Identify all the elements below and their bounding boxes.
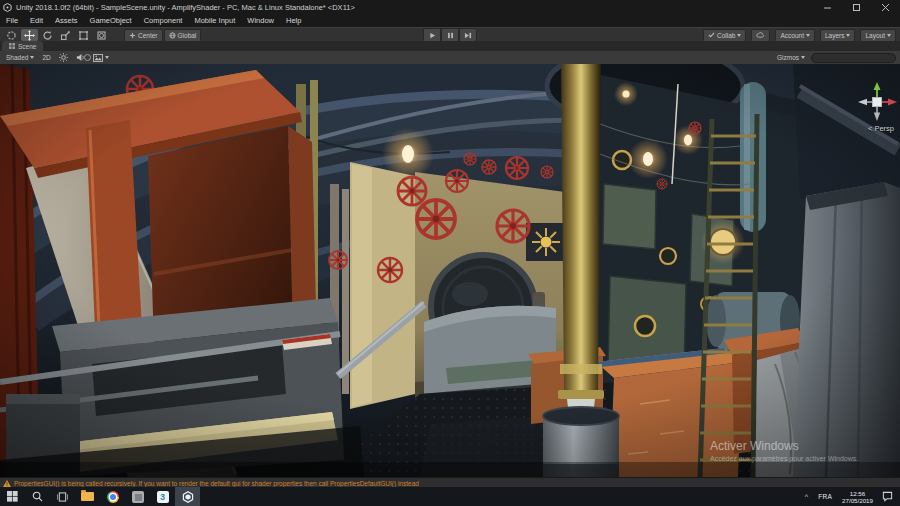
vignette [0,64,900,477]
layers-dropdown[interactable]: Layers [820,29,856,42]
scene-tab-icon [9,43,15,49]
taskbar-clock[interactable]: 12:56 27/05/2019 [837,490,878,504]
close-button[interactable] [871,0,900,14]
warning-icon [3,480,11,487]
language-indicator[interactable]: FRA [813,493,837,500]
titlebar[interactable]: Unity 2018.1.0f2 (64bit) - SampleScene.u… [0,0,900,14]
camera-projection-label[interactable]: < Persp [868,124,894,133]
step-button[interactable] [459,28,477,42]
collab-dropdown[interactable]: Collab [703,29,746,42]
collab-check-icon [708,32,715,38]
menubar: File Edit Assets GameObject Component Mo… [0,14,900,27]
maximize-button[interactable] [842,0,871,14]
gray-app-icon [132,491,144,503]
toggle-2d-button[interactable]: 2D [40,52,52,63]
scene-lighting-toggle[interactable] [57,52,70,63]
move-tool-button[interactable] [21,29,38,41]
minimize-button[interactable] [813,0,842,14]
sun-icon [59,53,68,62]
transform-tool-button[interactable] [93,29,110,41]
notification-center-button[interactable] [878,491,900,502]
start-icon [7,491,18,502]
tab-scene[interactable]: Scene [2,41,43,51]
taskbar-date: 27/05/2019 [842,497,873,504]
scale-tool-button[interactable] [57,29,74,41]
scene-window: Scene Shaded 2D Gizmos [0,41,900,477]
pivot-toggle-button[interactable]: Center [124,29,163,42]
search-icon [32,491,43,502]
globe-icon [169,32,176,39]
notification-icon [882,491,893,502]
scene-effects-dropdown[interactable] [91,52,111,63]
pivot-icon [129,32,136,39]
pause-button[interactable] [441,28,459,42]
shading-mode-dropdown[interactable]: Shaded [4,52,36,63]
account-dropdown[interactable]: Account [775,29,815,42]
unity-icon [182,491,194,503]
taskbar-search-button[interactable] [25,487,50,506]
gray-app-button[interactable] [125,487,150,506]
unity-editor-window: Unity 2018.1.0f2 (64bit) - SampleScene.u… [0,0,900,506]
submarine-interior-render[interactable] [0,64,900,477]
chrome-icon [107,491,119,503]
window-title: Unity 2018.1.0f2 (64bit) - SampleScene.u… [16,3,355,12]
orientation-gizmo[interactable] [855,80,899,124]
menu-mobile-input[interactable]: Mobile Input [188,16,241,25]
layout-dropdown[interactable]: Layout [860,29,896,42]
tray-hidden-icons-chevron[interactable]: ^ [800,493,813,500]
file-explorer-button[interactable] [75,487,100,506]
hand-tool-button[interactable] [3,29,20,41]
menu-component[interactable]: Component [138,16,189,25]
menu-help[interactable]: Help [280,16,307,25]
menu-file[interactable]: File [0,16,24,25]
task-view-button[interactable] [50,487,75,506]
status-message: PropertiesGUI() is being called recursiv… [14,480,419,487]
cloud-button[interactable] [751,29,770,42]
chrome-button[interactable] [100,487,125,506]
effects-icon [93,54,103,62]
unity-app-icon [0,3,14,12]
windows-taskbar: 3 ^ FRA 12:56 27/05/2019 [0,487,900,506]
play-button[interactable] [423,28,441,42]
file-explorer-icon [81,492,94,501]
taskbar-time: 12:56 [842,490,873,497]
task-view-icon [57,492,68,502]
gizmo-center-cube[interactable] [873,98,882,107]
start-button[interactable] [0,487,25,506]
search-icon [84,54,91,61]
3dsmax-button[interactable]: 3 [150,487,175,506]
scene-tabbar: Scene [0,41,900,51]
rotate-tool-button[interactable] [39,29,56,41]
menu-gameobject[interactable]: GameObject [84,16,138,25]
rect-tool-button[interactable] [75,29,92,41]
gizmos-dropdown[interactable]: Gizmos [775,52,807,63]
scene-view-toolbar: Shaded 2D Gizmos [0,51,900,65]
cloud-icon [756,32,765,38]
space-toggle-button[interactable]: Global [164,29,202,42]
3dsmax-icon: 3 [157,491,169,503]
menu-assets[interactable]: Assets [49,16,84,25]
scene-search-input[interactable] [811,53,896,63]
menu-window[interactable]: Window [241,16,280,25]
unity-taskbar-button[interactable] [175,487,200,506]
scene-viewport[interactable]: < Persp [0,64,900,477]
menu-edit[interactable]: Edit [24,16,49,25]
